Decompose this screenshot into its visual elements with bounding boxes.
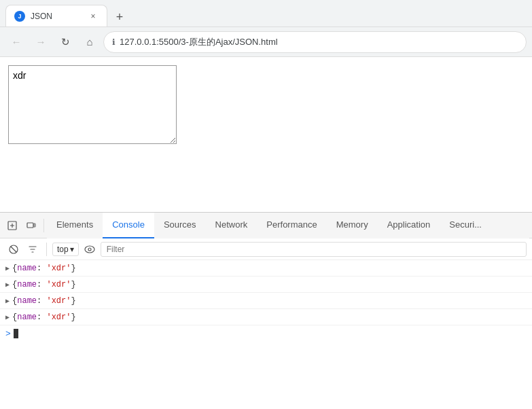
svg-rect-2 xyxy=(34,224,35,227)
tab-performance[interactable]: Performance xyxy=(257,213,326,238)
expand-arrow-2[interactable]: ▶ xyxy=(5,297,10,305)
tab-close-button[interactable]: × xyxy=(88,11,99,22)
back-icon: ← xyxy=(12,36,22,48)
tab-security[interactable]: Securi... xyxy=(440,213,491,238)
eye-icon xyxy=(84,245,95,253)
device-toggle-button[interactable] xyxy=(22,216,41,235)
clear-icon xyxy=(9,245,18,254)
url-text: 127.0.0.1:5500/3-原生的Ajax/JSON.html xyxy=(120,36,518,48)
xdr-textarea[interactable]: xdr xyxy=(8,65,177,144)
lock-icon: ℹ xyxy=(112,37,116,47)
expand-arrow-0[interactable]: ▶ xyxy=(5,264,10,272)
active-tab[interactable]: J JSON × xyxy=(5,5,107,26)
svg-point-5 xyxy=(85,246,94,253)
expand-arrow-3[interactable]: ▶ xyxy=(5,313,10,321)
eye-button[interactable] xyxy=(82,241,98,257)
page-content: xdr xyxy=(0,57,532,212)
tab-title: JSON xyxy=(31,12,82,21)
tab-area: J JSON × + xyxy=(5,0,527,26)
console-row[interactable]: ▶ { name : 'xdr' } xyxy=(0,293,532,309)
svg-point-6 xyxy=(88,248,91,251)
devtools-toolbar: Elements Console Sources Network Perform… xyxy=(0,213,532,238)
tab-application[interactable]: Application xyxy=(378,213,440,238)
devtools-tabs: Elements Console Sources Network Perform… xyxy=(47,213,529,238)
console-toolbar: top ▾ xyxy=(0,238,532,260)
context-label: top xyxy=(57,245,69,254)
browser-title-bar: J JSON × + xyxy=(0,0,532,27)
refresh-icon: ↻ xyxy=(61,36,70,48)
svg-line-4 xyxy=(11,247,16,252)
home-icon: ⌂ xyxy=(86,36,92,48)
console-row[interactable]: ▶ { name : 'xdr' } xyxy=(0,277,532,293)
console-row[interactable]: ▶ { name : 'xdr' } xyxy=(0,260,532,277)
console-divider xyxy=(46,243,47,256)
console-output: ▶ { name : 'xdr' } ▶ { name : 'xdr' } ▶ … xyxy=(0,260,532,409)
console-filter-input[interactable] xyxy=(101,242,527,257)
filter-toggle-button[interactable] xyxy=(24,241,41,257)
device-icon xyxy=(26,221,36,230)
forward-icon: → xyxy=(36,36,46,48)
inspect-element-button[interactable] xyxy=(3,216,22,235)
console-input-row[interactable]: > xyxy=(0,325,532,342)
console-row[interactable]: ▶ { name : 'xdr' } xyxy=(0,309,532,325)
expand-arrow-1[interactable]: ▶ xyxy=(5,281,10,289)
clear-console-button[interactable] xyxy=(5,241,22,257)
address-bar[interactable]: ℹ 127.0.0.1:5500/3-原生的Ajax/JSON.html xyxy=(103,31,527,53)
navigation-bar: ← → ↻ ⌂ ℹ 127.0.0.1:5500/3-原生的Ajax/JSON.… xyxy=(0,27,532,57)
filter-icon xyxy=(28,245,37,254)
tab-console[interactable]: Console xyxy=(103,213,154,238)
devtools-panel: Elements Console Sources Network Perform… xyxy=(0,212,532,409)
new-tab-button[interactable]: + xyxy=(110,7,129,26)
dropdown-arrow: ▾ xyxy=(70,245,74,254)
forward-button[interactable]: → xyxy=(30,31,52,53)
console-prompt: > xyxy=(5,329,11,339)
tab-elements[interactable]: Elements xyxy=(47,213,103,238)
console-cursor xyxy=(14,329,18,338)
svg-rect-1 xyxy=(27,223,33,228)
context-selector[interactable]: top ▾ xyxy=(52,243,79,256)
inspect-icon xyxy=(7,221,17,230)
home-button[interactable]: ⌂ xyxy=(79,31,101,53)
tab-network[interactable]: Network xyxy=(206,213,258,238)
refresh-button[interactable]: ↻ xyxy=(54,31,76,53)
back-button[interactable]: ← xyxy=(5,31,27,53)
tab-sources[interactable]: Sources xyxy=(154,213,206,238)
tab-memory[interactable]: Memory xyxy=(327,213,378,238)
tab-favicon: J xyxy=(14,11,25,22)
toolbar-divider xyxy=(43,219,44,232)
